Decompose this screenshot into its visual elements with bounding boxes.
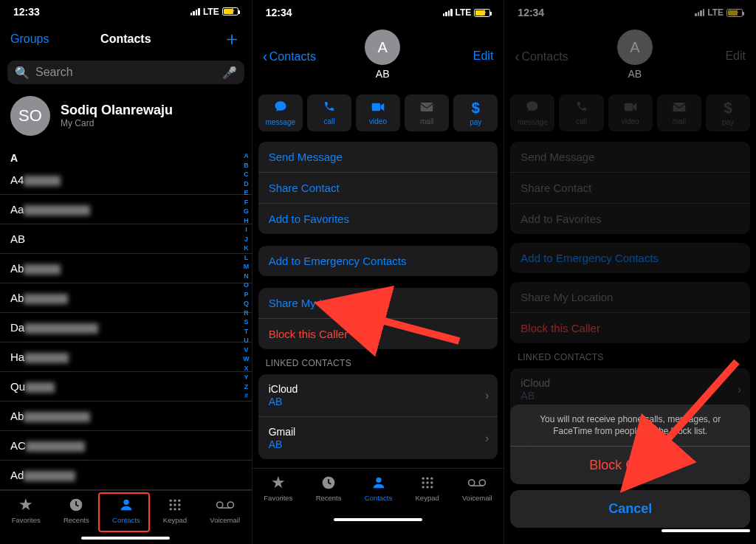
status-right: LTE ⚡ [190, 7, 238, 17]
tab-voicemail[interactable]: Voicemail [210, 495, 240, 524]
back-button: ‹ Contacts [515, 48, 568, 65]
list-item[interactable]: Ab [0, 283, 252, 313]
search-icon: 🔍 [15, 66, 30, 80]
svg-point-9 [173, 508, 176, 510]
svg-rect-14 [372, 103, 380, 111]
list-item[interactable]: Ad [0, 461, 252, 490]
linked-contacts-group: iCloudAB›GmailAB› [258, 374, 498, 459]
page-title: Contacts [100, 32, 151, 46]
status-time: 12:34 [266, 7, 292, 18]
list-item[interactable]: Qu [0, 372, 252, 402]
recents-icon [69, 495, 83, 514]
block-this-caller[interactable]: Block this Caller [258, 319, 498, 349]
mail-icon [673, 101, 686, 116]
contact-name: AB [376, 68, 390, 80]
chevron-right-icon: › [485, 389, 489, 402]
status-bar: 12:34 LTE ⚡ [252, 0, 504, 25]
list-item[interactable]: Da [0, 313, 252, 342]
video-icon [624, 101, 637, 116]
cancel-button[interactable]: Cancel [510, 490, 750, 528]
my-card-sub: My Card [61, 118, 173, 128]
tab-contacts[interactable]: Contacts [365, 473, 393, 502]
keypad-icon [168, 495, 182, 514]
my-card[interactable]: SO Sodiq Olanrewaju My Card [0, 92, 252, 151]
pane-contacts-list: 12:33 LTE ⚡ Groups Contacts ＋ 🔍 🎤 SO Sod… [0, 0, 252, 544]
tab-recents[interactable]: Recents [316, 473, 342, 502]
svg-rect-32 [673, 103, 686, 111]
contacts-icon [371, 473, 387, 492]
home-indicator [662, 529, 750, 532]
share-contact: Share Contact [510, 173, 750, 204]
battery-icon: ⚡ [222, 7, 238, 16]
svg-point-12 [227, 502, 233, 508]
qa-mail[interactable]: mail [405, 94, 449, 131]
tab-label: Voicemail [462, 494, 492, 502]
tab-label: Favorites [264, 494, 292, 502]
add-emergency-contacts: Add to Emergency Contacts [510, 243, 750, 273]
svg-point-2 [169, 500, 171, 502]
svg-point-20 [426, 478, 428, 480]
share-contact[interactable]: Share Contact [258, 173, 498, 204]
search-input[interactable] [34, 65, 222, 80]
svg-point-28 [469, 480, 475, 486]
back-button[interactable]: ‹ Contacts [263, 48, 316, 65]
share-my-location[interactable]: Share My Location [258, 288, 498, 319]
svg-point-25 [422, 486, 424, 488]
chevron-left-icon: ‹ [515, 48, 520, 64]
qa-pay[interactable]: $pay [453, 94, 498, 131]
chevron-right-icon: › [485, 432, 489, 445]
qa-call: call [559, 94, 603, 131]
list-item[interactable]: AB [0, 224, 252, 254]
add-to-favorites[interactable]: Add to Favorites [258, 204, 498, 234]
message-icon [526, 100, 539, 117]
tab-bar: ★FavoritesRecentsContactsKeypadVoicemail [252, 468, 504, 526]
battery-icon: ⚡ [726, 9, 743, 17]
contact-list[interactable]: A4AaABAbAbDaHaQuAbACAd [0, 165, 252, 490]
tab-label: Keypad [416, 494, 439, 502]
search-bar[interactable]: 🔍 🎤 [7, 61, 244, 83]
avatar: A [365, 30, 400, 65]
svg-point-18 [376, 478, 381, 483]
qa-video[interactable]: video [356, 94, 400, 131]
tab-keypad[interactable]: Keypad [163, 495, 187, 524]
alpha-index[interactable]: ABCDEFGHIJKLMNOPQRSTUVWXYZ# [243, 151, 250, 401]
list-item[interactable]: A4 [0, 165, 252, 195]
list-item[interactable]: Ha [0, 342, 252, 372]
list-item[interactable]: AC [0, 431, 252, 461]
send-message[interactable]: Send Message [258, 142, 498, 173]
tab-keypad[interactable]: Keypad [416, 473, 439, 502]
linked-contact[interactable]: GmailAB› [258, 417, 498, 459]
block-contact-button[interactable]: Block Contact [510, 447, 750, 484]
linked-contacts-header: LINKED CONTACTS [252, 358, 504, 371]
qa-call[interactable]: call [307, 94, 351, 131]
edit-button: Edit [701, 49, 746, 63]
pay-icon: $ [472, 100, 480, 117]
add-to-favorites: Add to Favorites [510, 204, 750, 234]
svg-point-1 [123, 500, 128, 505]
tab-label: Contacts [112, 516, 140, 524]
tab-label: Keypad [163, 516, 187, 524]
qa-message[interactable]: message [258, 94, 303, 131]
groups-button[interactable]: Groups [10, 32, 55, 46]
edit-button[interactable]: Edit [449, 49, 493, 63]
call-icon [576, 100, 588, 116]
tab-favorites[interactable]: ★Favorites [264, 473, 292, 502]
actions-group-2: Add to Emergency Contacts [510, 243, 750, 273]
add-emergency-contacts[interactable]: Add to Emergency Contacts [258, 246, 498, 276]
linked-contact[interactable]: iCloudAB› [258, 374, 498, 417]
list-item[interactable]: Ab [0, 402, 252, 431]
add-contact-button[interactable]: ＋ [197, 26, 241, 52]
tab-favorites[interactable]: ★Favorites [12, 495, 41, 524]
tab-voicemail[interactable]: Voicemail [462, 473, 492, 502]
signal-icon [443, 9, 453, 16]
svg-point-27 [430, 486, 433, 488]
send-message: Send Message [510, 142, 750, 173]
tab-label: Contacts [365, 494, 393, 502]
list-item[interactable]: Ab [0, 254, 252, 283]
qa-label: message [518, 118, 548, 126]
tab-contacts[interactable]: Contacts [112, 495, 140, 524]
mic-icon[interactable]: 🎤 [222, 66, 237, 80]
list-item[interactable]: Aa [0, 195, 252, 224]
svg-point-10 [178, 508, 180, 510]
tab-recents[interactable]: Recents [63, 495, 89, 524]
